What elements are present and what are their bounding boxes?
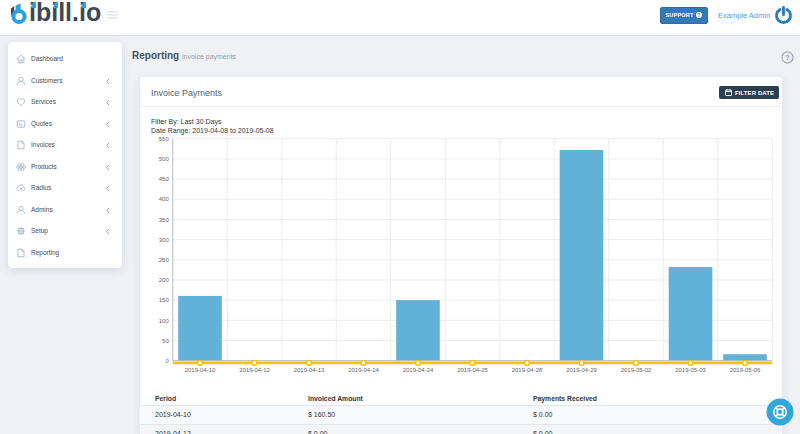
svg-text:450: 450 xyxy=(159,176,170,182)
svg-text:2019-04-12: 2019-04-12 xyxy=(239,367,270,373)
svg-text:550: 550 xyxy=(159,136,170,142)
svg-text:2019-04-10: 2019-04-10 xyxy=(185,367,216,373)
svg-text:2019-04-28: 2019-04-28 xyxy=(512,367,543,373)
svg-text:200: 200 xyxy=(159,277,170,283)
svg-text:150: 150 xyxy=(159,297,170,303)
svg-text:400: 400 xyxy=(159,196,170,202)
svg-text:2019-05-02: 2019-05-02 xyxy=(621,367,652,373)
svg-text:2019-04-29: 2019-04-29 xyxy=(566,367,597,373)
svg-text:300: 300 xyxy=(159,237,170,243)
svg-text:100: 100 xyxy=(159,318,170,324)
svg-text:2019-04-25: 2019-04-25 xyxy=(457,367,488,373)
svg-text:2019-04-24: 2019-04-24 xyxy=(403,367,434,373)
svg-text:0: 0 xyxy=(165,358,169,364)
svg-text:2019-05-03: 2019-05-03 xyxy=(675,367,706,373)
svg-text:2019-05-06: 2019-05-06 xyxy=(730,367,761,373)
svg-text:2019-04-14: 2019-04-14 xyxy=(348,367,379,373)
svg-text:350: 350 xyxy=(159,217,170,223)
svg-text:250: 250 xyxy=(159,257,170,263)
svg-text:500: 500 xyxy=(159,156,170,162)
svg-text:?: ? xyxy=(785,53,790,62)
svg-text:50: 50 xyxy=(162,338,169,344)
svg-text:2019-04-13: 2019-04-13 xyxy=(294,367,325,373)
